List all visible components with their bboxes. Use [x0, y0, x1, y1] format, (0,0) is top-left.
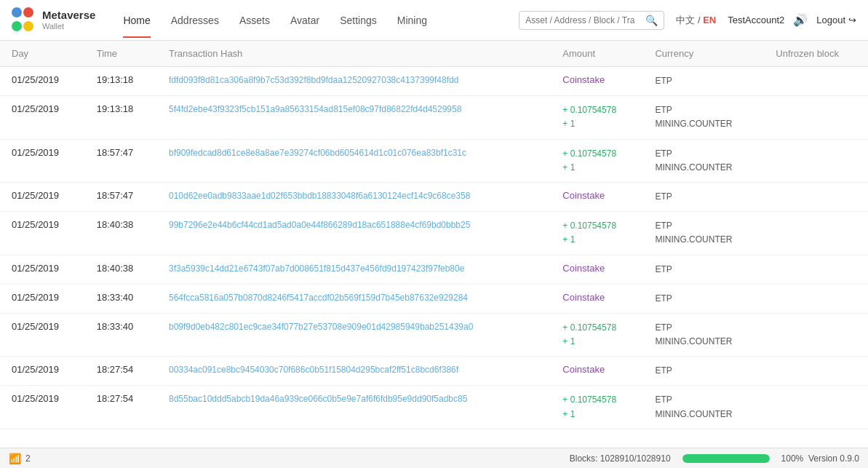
- cell-unfrozen: [764, 139, 868, 182]
- nav-settings[interactable]: Settings: [330, 10, 387, 31]
- cell-hash: 00334ac091ce8bc9454030c70f686c0b51f15804…: [157, 357, 551, 386]
- cell-day: 01/25/2019: [0, 96, 85, 139]
- transactions-table: Day Time Transaction Hash Amount Currenc…: [0, 41, 868, 429]
- cell-amount: + 0.10754578+ 1: [551, 386, 643, 429]
- tx-hash-link[interactable]: fdfd093f8d81ca306a8f9b7c53d392f8bd9fdaa1…: [169, 75, 458, 85]
- cell-time: 19:13:18: [85, 67, 157, 96]
- tx-hash-link[interactable]: bf909fedcad8d61ce8e8a8ae7e39274cf06bd605…: [169, 148, 466, 158]
- tx-hash-link[interactable]: 5f4fd2ebe43f9323f5cb151a9a85633154ad815e…: [169, 104, 461, 114]
- cell-day: 01/25/2019: [0, 182, 85, 211]
- logo-text: Metaverse Wallet: [42, 9, 95, 31]
- cell-day: 01/25/2019: [0, 212, 85, 255]
- cell-currency: ETP: [643, 182, 764, 211]
- cell-day: 01/25/2019: [0, 139, 85, 182]
- cell-time: 18:27:54: [85, 386, 157, 429]
- cell-time: 18:33:40: [85, 284, 157, 313]
- tx-hash-link[interactable]: 00334ac091ce8bc9454030c70f686c0b51f15804…: [169, 365, 458, 375]
- cell-day: 01/25/2019: [0, 67, 85, 96]
- search-input[interactable]: [525, 15, 645, 25]
- sync-progress-bar: [682, 454, 770, 463]
- table-row: 01/25/201918:27:5400334ac091ce8bc9454030…: [0, 357, 868, 386]
- cell-unfrozen: [764, 96, 868, 139]
- nav-home[interactable]: Home: [113, 10, 160, 31]
- version-text: Version 0.9.0: [808, 453, 859, 464]
- cell-currency: ETP: [643, 284, 764, 313]
- lang-switcher: 中文 / EN: [676, 14, 716, 27]
- col-time: Time: [85, 41, 157, 67]
- table-body: 01/25/201919:13:18fdfd093f8d81ca306a8f9b…: [0, 67, 868, 429]
- search-icon[interactable]: 🔍: [645, 15, 658, 26]
- cell-day: 01/25/2019: [0, 284, 85, 313]
- table-row: 01/25/201918:33:40564fcca5816a057b0870d8…: [0, 284, 868, 313]
- cell-currency: ETP: [643, 67, 764, 96]
- cell-amount: + 0.10754578+ 1: [551, 96, 643, 139]
- blocks-value: 1028910/1028910: [600, 453, 671, 464]
- search-container: 🔍: [519, 11, 664, 30]
- cell-unfrozen: [764, 386, 868, 429]
- nav-avatar[interactable]: Avatar: [280, 10, 330, 31]
- cell-currency: ETP: [643, 357, 764, 386]
- cell-unfrozen: [764, 255, 868, 284]
- peers-count: 2: [25, 453, 31, 464]
- cell-hash: 5f4fd2ebe43f9323f5cb151a9a85633154ad815e…: [157, 96, 551, 139]
- cell-amount: Coinstake: [551, 284, 643, 313]
- tx-hash-link[interactable]: 010d62ee0adb9833aae1d02f653bbdb18833048f…: [169, 191, 470, 201]
- cell-hash: 010d62ee0adb9833aae1d02f653bbdb18833048f…: [157, 182, 551, 211]
- sound-icon[interactable]: 🔊: [793, 13, 808, 27]
- tx-hash-link[interactable]: 8d55bac10ddd5abcb19da46a939ce066c0b5e9e7…: [169, 394, 467, 404]
- table-row: 01/25/201918:57:47010d62ee0adb9833aae1d0…: [0, 182, 868, 211]
- nav-links: Home Addresses Assets Avatar Settings Mi…: [113, 10, 437, 31]
- peers-section: 📶 2: [9, 453, 31, 464]
- account-name: TestAccount2: [728, 15, 784, 25]
- blocks-info: Blocks: 1028910/1028910: [570, 453, 671, 464]
- table-header-row: Day Time Transaction Hash Amount Currenc…: [0, 41, 868, 67]
- cell-hash: fdfd093f8d81ca306a8f9b7c53d392f8bd9fdaa1…: [157, 67, 551, 96]
- table-row: 01/25/201918:27:548d55bac10ddd5abcb19da4…: [0, 386, 868, 429]
- transactions-table-container: Day Time Transaction Hash Amount Currenc…: [0, 41, 868, 429]
- cell-unfrozen: [764, 182, 868, 211]
- cell-hash: 8d55bac10ddd5abcb19da46a939ce066c0b5e9e7…: [157, 386, 551, 429]
- cell-amount: Coinstake: [551, 357, 643, 386]
- cell-time: 18:40:38: [85, 212, 157, 255]
- cell-amount: Coinstake: [551, 182, 643, 211]
- cell-currency: ETPMINING.COUNTER: [643, 139, 764, 182]
- cell-amount: Coinstake: [551, 67, 643, 96]
- nav-mining[interactable]: Mining: [387, 10, 437, 31]
- logo: Metaverse Wallet: [12, 7, 95, 33]
- tx-hash-link[interactable]: 3f3a5939c14dd21e6743f07ab7d008651f815d43…: [169, 263, 464, 274]
- col-day: Day: [0, 41, 85, 67]
- col-hash: Transaction Hash: [157, 41, 551, 67]
- cell-unfrozen: [764, 313, 868, 356]
- sync-progress-fill: [682, 454, 770, 463]
- logo-icon: [12, 7, 38, 33]
- cell-currency: ETPMINING.COUNTER: [643, 313, 764, 356]
- cell-hash: b09f9d0eb482c801ec9cae34f077b27e53708e90…: [157, 313, 551, 356]
- tx-hash-link[interactable]: 99b7296e2e44b6cf44cd1ad5ad0a0e44f866289d…: [169, 220, 470, 230]
- tx-hash-link[interactable]: b09f9d0eb482c801ec9cae34f077b27e53708e90…: [169, 322, 473, 332]
- cell-currency: ETPMINING.COUNTER: [643, 96, 764, 139]
- col-amount: Amount: [551, 41, 643, 67]
- cell-time: 18:57:47: [85, 182, 157, 211]
- cell-day: 01/25/2019: [0, 313, 85, 356]
- col-unfrozen: Unfrozen block: [764, 41, 868, 67]
- table-row: 01/25/201918:57:47bf909fedcad8d61ce8e8a8…: [0, 139, 868, 182]
- logo-line1: Metaverse: [42, 9, 95, 22]
- table-row: 01/25/201919:13:18fdfd093f8d81ca306a8f9b…: [0, 67, 868, 96]
- blocks-label: Blocks:: [570, 453, 598, 464]
- cell-time: 18:27:54: [85, 357, 157, 386]
- lang-zh[interactable]: 中文: [676, 15, 695, 25]
- cell-day: 01/25/2019: [0, 255, 85, 284]
- cell-day: 01/25/2019: [0, 386, 85, 429]
- logout-button[interactable]: Logout ↪: [816, 15, 856, 25]
- cell-hash: 3f3a5939c14dd21e6743f07ab7d008651f815d43…: [157, 255, 551, 284]
- navbar: Metaverse Wallet Home Addresses Assets A…: [0, 0, 868, 41]
- cell-hash: 564fcca5816a057b0870d8246f5417accdf02b56…: [157, 284, 551, 313]
- lang-en[interactable]: EN: [703, 15, 716, 25]
- cell-currency: ETP: [643, 255, 764, 284]
- tx-hash-link[interactable]: 564fcca5816a057b0870d8246f5417accdf02b56…: [169, 293, 468, 303]
- cell-unfrozen: [764, 357, 868, 386]
- nav-addresses[interactable]: Addresses: [161, 10, 229, 31]
- table-row: 01/25/201918:33:40b09f9d0eb482c801ec9cae…: [0, 313, 868, 356]
- nav-assets[interactable]: Assets: [229, 10, 280, 31]
- cell-unfrozen: [764, 212, 868, 255]
